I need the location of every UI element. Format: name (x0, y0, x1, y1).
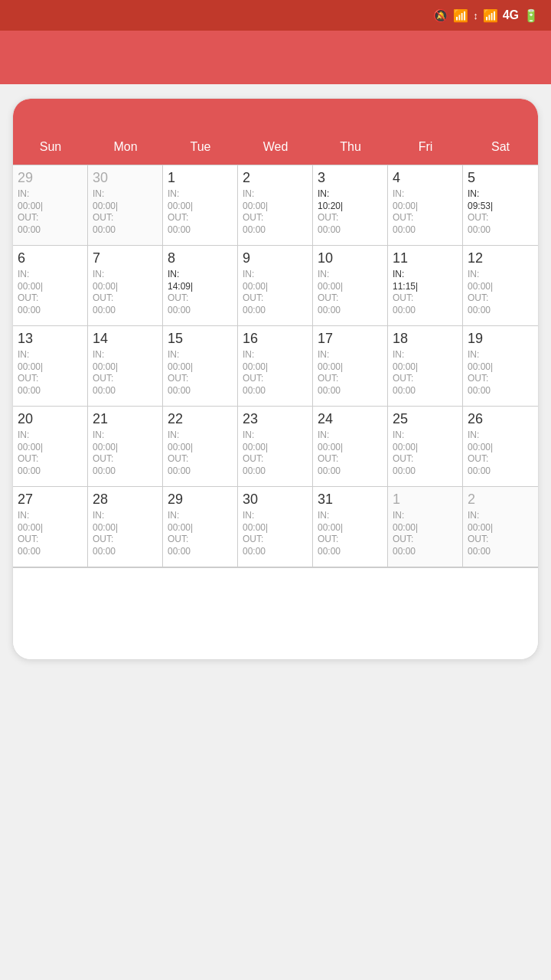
cell-out-label: OUT: (18, 212, 84, 224)
calendar-cell[interactable]: 5IN:09:53|OUT:00:00 (463, 165, 538, 246)
calendar-cell[interactable]: 15IN:00:00|OUT:00:00 (163, 326, 238, 407)
cell-in-label: IN: (243, 269, 309, 281)
prev-month-button[interactable] (31, 113, 47, 119)
calendar-cell[interactable]: 31IN:00:00|OUT:00:00 (313, 487, 388, 567)
cell-date: 7 (93, 250, 159, 266)
mute-icon: 🔕 (433, 8, 448, 23)
cell-date: 13 (18, 331, 84, 347)
calendar-cell[interactable]: 2IN:00:00|OUT:00:00 (238, 165, 313, 246)
cell-out-label: OUT: (168, 453, 234, 466)
calendar-cell[interactable]: 29IN:00:00|OUT:00:00 (163, 487, 238, 567)
cell-date: 29 (168, 492, 234, 508)
cell-in-value: 00:00| (468, 442, 535, 454)
calendar-cell[interactable]: 20IN:00:00|OUT:00:00 (13, 407, 88, 487)
cell-date: 23 (243, 411, 309, 427)
cell-date: 11 (393, 250, 459, 266)
calendar-cell[interactable]: 28IN:00:00|OUT:00:00 (88, 487, 163, 567)
calendar-cell[interactable]: 14IN:00:00|OUT:00:00 (88, 326, 163, 407)
calendar-cell[interactable]: 10IN:00:00|OUT:00:00 (313, 246, 388, 326)
calendar-cell[interactable]: 25IN:00:00|OUT:00:00 (388, 407, 463, 487)
cell-out-label: OUT: (243, 292, 309, 305)
calendar-cell[interactable]: 29IN:00:00|OUT:00:00 (13, 165, 88, 246)
cell-in-label: IN: (18, 188, 84, 201)
cell-in-value: 11:15| (393, 281, 459, 293)
calendar-cell[interactable]: 12IN:00:00|OUT:00:00 (463, 246, 538, 326)
calendar-cell[interactable]: 2IN:00:00|OUT:00:00 (463, 487, 538, 567)
calendar-cell[interactable]: 18IN:00:00|OUT:00:00 (388, 326, 463, 407)
calendar-cell[interactable]: 1IN:00:00|OUT:00:00 (388, 487, 463, 567)
calendar-cell[interactable]: 26IN:00:00|OUT:00:00 (463, 407, 538, 487)
cell-in-label: IN: (393, 188, 459, 201)
calendar-cell[interactable]: 3IN:10:20|OUT:00:00 (313, 165, 388, 246)
cell-in-label: IN: (93, 430, 159, 442)
cell-out-label: OUT: (468, 453, 535, 466)
cell-in-value: 00:00| (93, 522, 159, 534)
cell-in-label: IN: (468, 269, 535, 281)
signal2-icon: 📶 (483, 8, 498, 23)
cell-in-value: 00:00| (168, 522, 234, 534)
calendar-cell[interactable]: 1IN:00:00|OUT:00:00 (163, 165, 238, 246)
cell-out-value: 00:00 (243, 546, 309, 558)
cell-in-value: 00:00| (168, 442, 234, 454)
cell-out-value: 00:00 (18, 224, 84, 237)
cell-out-value: 00:00 (468, 305, 535, 317)
calendar-cell[interactable]: 7IN:00:00|OUT:00:00 (88, 246, 163, 326)
calendar-cell[interactable]: 11IN:11:15|OUT:00:00 (388, 246, 463, 326)
cell-out-label: OUT: (18, 534, 84, 546)
cell-in-label: IN: (318, 188, 384, 201)
cell-out-label: OUT: (93, 292, 159, 305)
cell-in-value: 00:00| (318, 361, 384, 374)
calendar-cell[interactable]: 13IN:00:00|OUT:00:00 (13, 326, 88, 407)
cell-in-value: 00:00| (393, 201, 459, 213)
cell-in-value: 00:00| (243, 361, 309, 374)
cell-in-value: 00:00| (168, 361, 234, 374)
cell-out-label: OUT: (393, 534, 459, 546)
calendar-cell[interactable]: 23IN:00:00|OUT:00:00 (238, 407, 313, 487)
cell-date: 16 (243, 331, 309, 347)
cell-out-label: OUT: (168, 212, 234, 224)
cell-out-value: 00:00 (393, 546, 459, 558)
calendar-cell[interactable]: 22IN:00:00|OUT:00:00 (163, 407, 238, 487)
cell-in-value: 00:00| (243, 281, 309, 293)
cell-in-label: IN: (393, 269, 459, 281)
calendar-cell[interactable]: 19IN:00:00|OUT:00:00 (463, 326, 538, 407)
calendar-cell[interactable]: 17IN:00:00|OUT:00:00 (313, 326, 388, 407)
cell-date: 15 (168, 331, 234, 347)
cell-date: 24 (318, 411, 384, 427)
cell-date: 25 (393, 411, 459, 427)
cell-in-label: IN: (393, 510, 459, 522)
cell-out-label: OUT: (168, 373, 234, 385)
calendar-cell[interactable]: 8IN:14:09|OUT:00:00 (163, 246, 238, 326)
calendar-cell[interactable]: 30IN:00:00|OUT:00:00 (88, 165, 163, 246)
cell-in-label: IN: (318, 349, 384, 361)
day-header-sun: Sun (13, 137, 88, 157)
calendar-cell[interactable]: 16IN:00:00|OUT:00:00 (238, 326, 313, 407)
calendar-cell[interactable]: 24IN:00:00|OUT:00:00 (313, 407, 388, 487)
cell-out-value: 00:00 (393, 385, 459, 397)
cell-out-label: OUT: (243, 373, 309, 385)
cell-in-label: IN: (243, 430, 309, 442)
cell-in-value: 00:00| (93, 201, 159, 213)
status-bar: 🔕 📶 ↕ 📶 4G 🔋 (0, 0, 551, 31)
calendar-cell[interactable]: 27IN:00:00|OUT:00:00 (13, 487, 88, 567)
calendar-cell[interactable]: 6IN:00:00|OUT:00:00 (13, 246, 88, 326)
cell-in-label: IN: (393, 349, 459, 361)
cell-date: 14 (93, 331, 159, 347)
cell-in-value: 09:53| (468, 201, 535, 213)
next-month-button[interactable] (504, 113, 520, 119)
calendar-cell[interactable]: 9IN:00:00|OUT:00:00 (238, 246, 313, 326)
cell-in-value: 00:00| (318, 281, 384, 293)
calendar-cell[interactable]: 30IN:00:00|OUT:00:00 (238, 487, 313, 567)
cell-in-label: IN: (168, 349, 234, 361)
cell-in-label: IN: (93, 510, 159, 522)
cell-in-label: IN: (393, 430, 459, 442)
cell-out-label: OUT: (318, 453, 384, 466)
bottom-area (13, 567, 538, 659)
calendar-cell[interactable]: 4IN:00:00|OUT:00:00 (388, 165, 463, 246)
cell-out-value: 00:00 (18, 385, 84, 397)
cell-out-label: OUT: (18, 453, 84, 466)
cell-out-label: OUT: (318, 534, 384, 546)
calendar-cell[interactable]: 21IN:00:00|OUT:00:00 (88, 407, 163, 487)
month-header (13, 99, 538, 132)
cell-out-label: OUT: (243, 453, 309, 466)
